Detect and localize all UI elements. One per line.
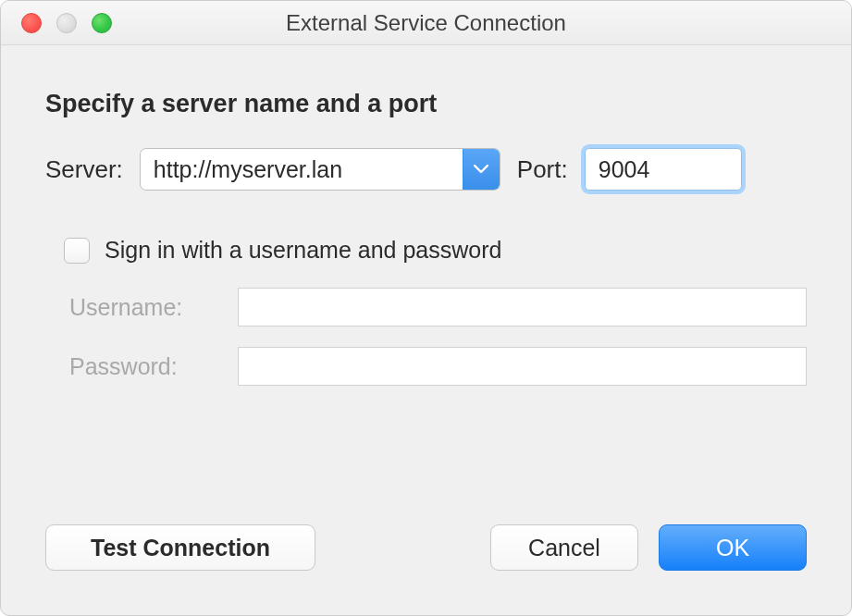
password-row: Password: bbox=[64, 347, 807, 386]
server-port-row: Server: Port: bbox=[45, 148, 807, 191]
signin-checkbox[interactable] bbox=[64, 238, 90, 264]
signin-checkbox-label: Sign in with a username and password bbox=[105, 237, 501, 264]
username-input[interactable] bbox=[238, 288, 807, 326]
port-label: Port: bbox=[517, 155, 568, 184]
traffic-lights bbox=[21, 13, 112, 33]
maximize-icon[interactable] bbox=[92, 13, 112, 33]
server-combobox[interactable] bbox=[140, 148, 500, 191]
titlebar: External Service Connection bbox=[1, 1, 851, 45]
server-dropdown-button[interactable] bbox=[463, 149, 500, 190]
window-title: External Service Connection bbox=[1, 10, 851, 36]
chevron-down-icon bbox=[474, 161, 488, 178]
close-icon[interactable] bbox=[21, 13, 42, 33]
username-label: Username: bbox=[69, 294, 238, 321]
cancel-button[interactable]: Cancel bbox=[490, 524, 638, 571]
minimize-icon[interactable] bbox=[56, 13, 77, 33]
test-connection-button[interactable]: Test Connection bbox=[45, 524, 315, 571]
signin-checkbox-row: Sign in with a username and password bbox=[64, 237, 807, 264]
port-input[interactable] bbox=[585, 148, 742, 191]
server-label: Server: bbox=[45, 155, 123, 184]
heading: Specify a server name and a port bbox=[45, 90, 807, 118]
password-input[interactable] bbox=[238, 347, 807, 386]
server-input[interactable] bbox=[141, 149, 463, 190]
signin-section: Sign in with a username and password Use… bbox=[45, 237, 807, 406]
username-row: Username: bbox=[64, 288, 807, 326]
dialog-content: Specify a server name and a port Server:… bbox=[1, 45, 851, 615]
ok-button[interactable]: OK bbox=[659, 524, 807, 571]
password-label: Password: bbox=[69, 353, 238, 380]
button-row: Test Connection Cancel OK bbox=[45, 524, 807, 578]
dialog-window: External Service Connection Specify a se… bbox=[0, 0, 852, 616]
